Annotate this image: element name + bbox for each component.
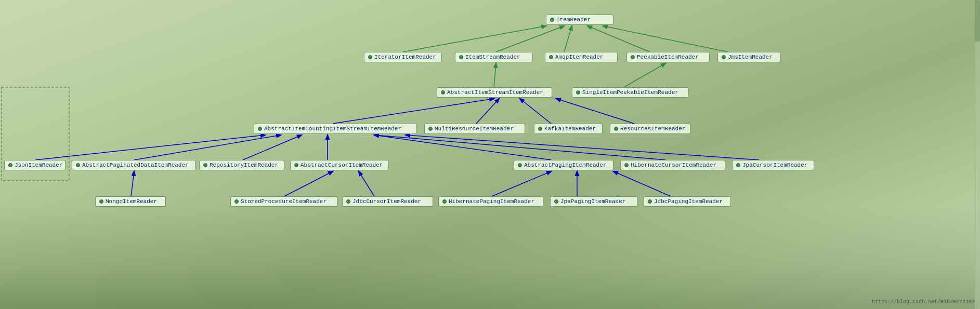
- svg-line-0: [403, 26, 546, 52]
- node-label: JmsItemReader: [728, 54, 773, 60]
- node-dot: [442, 199, 447, 204]
- node-dot: [736, 163, 740, 167]
- node-dot: [624, 163, 629, 167]
- node-label: JdbcCursorItemReader: [352, 198, 421, 205]
- node-HibernateCursorItemReader: HibernateCursorItemReader: [620, 160, 725, 170]
- node-dot: [549, 55, 553, 59]
- node-label: AmqpItemReader: [555, 54, 603, 60]
- node-dot: [459, 55, 463, 59]
- node-label: StoredProcedureItemReader: [241, 198, 326, 205]
- node-label: JpaPagingItemReader: [560, 198, 625, 205]
- svg-line-6: [624, 63, 665, 87]
- node-SingleItemPeekableItemReader: SingleItemPeekableItemReader: [572, 87, 689, 98]
- svg-line-15: [374, 135, 551, 160]
- node-dot: [550, 18, 554, 22]
- node-label: JdbcPagingItemReader: [654, 198, 723, 205]
- node-MultiResourceItemReader: MultiResourceItemReader: [424, 124, 525, 134]
- node-AbstractCursorItemReader: AbstractCursorItemReader: [290, 160, 389, 170]
- node-label: AbstractItemStreamItemReader: [447, 89, 543, 96]
- node-label: RepositoryItemReader: [210, 162, 278, 168]
- node-HibernatePagingItemReader: HibernatePagingItemReader: [438, 196, 543, 207]
- node-label: JpaCursorItemReader: [742, 162, 807, 168]
- node-AbstractItemStreamItemReader: AbstractItemStreamItemReader: [437, 87, 552, 98]
- arrows-layer: [0, 0, 980, 309]
- svg-line-10: [556, 99, 634, 124]
- node-label: IteratorItemReader: [374, 54, 436, 60]
- node-dot: [346, 199, 350, 204]
- node-ItemReader: ItemReader: [546, 15, 613, 25]
- svg-line-5: [494, 63, 496, 87]
- svg-line-8: [476, 99, 499, 124]
- node-label: MultiResourceItemReader: [435, 126, 514, 132]
- node-PeekableItemReader: PeekableItemReader: [626, 52, 710, 62]
- node-dot: [722, 55, 726, 59]
- node-IteratorItemReader: IteratorItemReader: [364, 52, 442, 62]
- node-StoredProcedureItemReader: StoredProcedureItemReader: [230, 196, 337, 207]
- node-label: AbstractPagingItemReader: [524, 162, 606, 168]
- node-RepositoryItemReader: RepositoryItemReader: [199, 160, 284, 170]
- node-dot: [76, 163, 80, 167]
- node-label: ItemReader: [556, 17, 591, 23]
- node-dot: [538, 127, 542, 131]
- node-dot: [203, 163, 207, 167]
- node-dot: [648, 199, 652, 204]
- node-label: HibernateCursorItemReader: [631, 162, 716, 168]
- svg-line-13: [243, 135, 302, 160]
- diagram-container: ItemReader IteratorItemReader ItemStream…: [0, 0, 980, 309]
- scrollbar-thumb[interactable]: [975, 0, 980, 42]
- svg-line-2: [564, 26, 572, 52]
- node-AbstractItemCountingItemStreamItemReader: AbstractItemCountingItemStreamItemReader: [254, 124, 417, 134]
- node-dot: [428, 127, 433, 131]
- node-label: AbstractPaginatedDataItemReader: [82, 162, 189, 168]
- node-dot: [294, 163, 298, 167]
- svg-line-11: [35, 135, 265, 160]
- node-MongoItemReader: MongoItemReader: [95, 196, 166, 207]
- node-dot: [631, 55, 635, 59]
- node-dot: [441, 90, 445, 95]
- svg-line-20: [359, 171, 374, 196]
- node-dot: [368, 55, 372, 59]
- node-dot: [576, 90, 580, 95]
- scrollbar[interactable]: [975, 0, 980, 309]
- node-label: AbstractItemCountingItemStreamItemReader: [264, 126, 401, 132]
- svg-line-16: [374, 135, 665, 160]
- watermark: https://blog.csdn.net/e187e272183: [872, 299, 975, 305]
- node-label: JsonItemReader: [15, 162, 62, 168]
- node-label: HibernatePagingItemReader: [449, 198, 534, 205]
- svg-line-17: [406, 135, 759, 160]
- node-dot: [99, 199, 103, 204]
- svg-line-21: [492, 171, 551, 196]
- node-label: ItemStreamReader: [465, 54, 520, 60]
- node-label: AbstractCursorItemReader: [300, 162, 383, 168]
- node-JpaPagingItemReader: JpaPagingItemReader: [550, 196, 637, 207]
- svg-line-19: [284, 171, 333, 196]
- node-label: KafkaItemReader: [544, 126, 596, 132]
- node-JdbcPagingItemReader: JdbcPagingItemReader: [644, 196, 731, 207]
- node-JsonItemReader: JsonItemReader: [4, 160, 66, 170]
- node-AmqpItemReader: AmqpItemReader: [545, 52, 618, 62]
- svg-line-7: [333, 99, 494, 124]
- node-dot: [258, 127, 262, 131]
- node-ItemStreamReader: ItemStreamReader: [455, 52, 533, 62]
- node-KafkaItemReader: KafkaItemReader: [534, 124, 603, 134]
- svg-line-12: [134, 135, 281, 160]
- node-label: PeekableItemReader: [637, 54, 699, 60]
- node-AbstractPagingItemReader: AbstractPagingItemReader: [514, 160, 613, 170]
- svg-line-18: [131, 171, 134, 196]
- svg-line-4: [603, 26, 728, 52]
- node-AbstractPaginatedDataItemReader: AbstractPaginatedDataItemReader: [72, 160, 195, 170]
- svg-line-1: [496, 26, 564, 52]
- node-dot: [518, 163, 522, 167]
- node-JmsItemReader: JmsItemReader: [717, 52, 781, 62]
- node-dot: [554, 199, 558, 204]
- node-JpaCursorItemReader: JpaCursorItemReader: [732, 160, 814, 170]
- node-label: SingleItemPeekableItemReader: [582, 89, 678, 96]
- svg-line-23: [613, 171, 671, 196]
- node-label: MongoItemReader: [106, 198, 157, 205]
- node-JdbcCursorItemReader: JdbcCursorItemReader: [342, 196, 433, 207]
- node-label: ResourcesItemReader: [620, 126, 685, 132]
- node-ResourcesItemReader: ResourcesItemReader: [610, 124, 690, 134]
- node-dot: [234, 199, 239, 204]
- node-dot: [614, 127, 618, 131]
- svg-line-9: [520, 99, 551, 124]
